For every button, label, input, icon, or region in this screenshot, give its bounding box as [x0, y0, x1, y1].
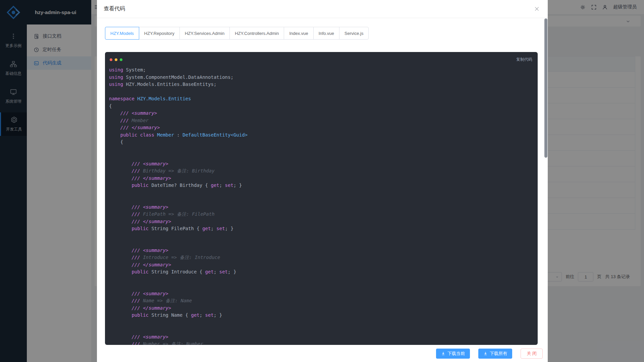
code-tabs: HZY.ModelsHZY.RepositoryHZY.Services.Adm…	[105, 27, 538, 40]
code-line: /// Name => 备注: Name	[109, 297, 532, 305]
modal-footer: 下载当前 下载所有 关 闭	[97, 345, 548, 362]
code-line: using System;	[109, 66, 532, 74]
view-code-modal: 查看代码 HZY.ModelsHZY.RepositoryHZY.Service…	[97, 0, 548, 362]
modal-title: 查看代码	[104, 5, 125, 12]
code-line: public String Introduce { get; set; }	[109, 268, 532, 276]
code-line	[109, 88, 532, 96]
code-content: using System;using System.ComponentModel…	[105, 66, 538, 345]
traffic-red-icon	[110, 58, 112, 61]
code-line	[109, 326, 532, 333]
code-line	[109, 153, 532, 160]
code-line	[109, 240, 532, 247]
code-line: namespace HZY.Models.Entities	[109, 95, 532, 103]
download-current-button[interactable]: 下载当前	[436, 349, 470, 359]
code-line: /// <summary>	[109, 204, 532, 211]
code-line: /// <summary>	[109, 333, 532, 341]
code-line: using HZY.Models.Entities.BaseEntitys;	[109, 81, 532, 88]
tab-Index.vue[interactable]: Index.vue	[284, 27, 313, 40]
download-icon	[441, 351, 445, 356]
code-block-header: 复制代码	[105, 52, 538, 62]
code-line: /// </summary>	[109, 305, 532, 312]
code-line	[109, 232, 532, 240]
code-line: /// </summary>	[109, 124, 532, 132]
code-line	[109, 283, 532, 290]
close-button[interactable]: 关 闭	[521, 349, 543, 359]
modal-scrollbar-thumb[interactable]	[544, 18, 547, 158]
code-line: /// <summary>	[109, 290, 532, 298]
download-all-button[interactable]: 下载所有	[478, 349, 512, 359]
code-line: /// </summary>	[109, 175, 532, 182]
code-line: public String Name { get; set; }	[109, 312, 532, 319]
tab-HZY.Models[interactable]: HZY.Models	[105, 27, 139, 40]
tab-Info.vue[interactable]: Info.vue	[313, 27, 339, 40]
code-line: /// Introduce => 备注: Introduce	[109, 254, 532, 261]
download-current-label: 下载当前	[447, 351, 465, 357]
code-line: /// FilePath => 备注: FilePath	[109, 211, 532, 218]
code-line: /// <summary>	[109, 110, 532, 117]
tab-HZY.Services.Admin[interactable]: HZY.Services.Admin	[179, 27, 230, 40]
download-icon	[483, 351, 488, 356]
code-line: {	[109, 139, 532, 146]
code-line: /// Member	[109, 117, 532, 124]
tab-HZY.Repository[interactable]: HZY.Repository	[139, 27, 180, 40]
copy-code-button[interactable]: 复制代码	[516, 57, 532, 62]
close-icon[interactable]	[534, 6, 540, 12]
code-line: /// </summary>	[109, 218, 532, 225]
code-line: /// <summary>	[109, 160, 532, 168]
code-line	[109, 276, 532, 283]
code-line	[109, 196, 532, 204]
modal-body: HZY.ModelsHZY.RepositoryHZY.Services.Adm…	[97, 18, 548, 345]
code-line	[109, 319, 532, 326]
code-line	[109, 146, 532, 153]
code-line	[109, 189, 532, 197]
modal-header: 查看代码	[97, 0, 548, 18]
code-line: {	[109, 103, 532, 110]
code-block: 复制代码 using System;using System.Component…	[105, 52, 538, 345]
traffic-yellow-icon	[115, 58, 117, 61]
code-line: /// Birthday => 备注: Birthday	[109, 167, 532, 175]
tab-Service.js[interactable]: Service.js	[339, 27, 369, 40]
code-line: /// Number => 备注: Number	[109, 341, 532, 345]
code-line: public String FilePath { get; set; }	[109, 225, 532, 232]
code-line: /// <summary>	[109, 247, 532, 254]
traffic-green-icon	[120, 58, 122, 61]
code-line: /// </summary>	[109, 261, 532, 269]
tab-HZY.Controllers.Admin[interactable]: HZY.Controllers.Admin	[229, 27, 284, 40]
code-line: public DateTime? Birthday { get; set; }	[109, 182, 532, 189]
code-line: public class Member : DefaultBaseEntity<…	[109, 132, 532, 139]
code-line: using System.ComponentModel.DataAnnotati…	[109, 74, 532, 81]
download-all-label: 下载所有	[490, 351, 507, 357]
